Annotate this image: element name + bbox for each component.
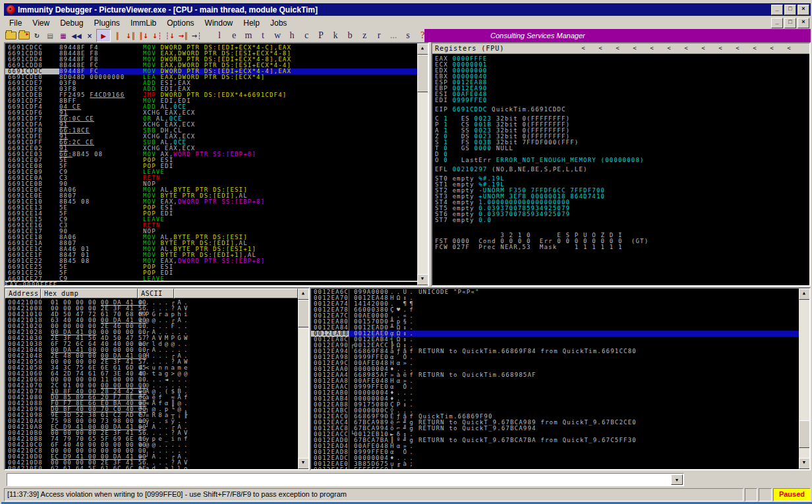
stack-row[interactable]: 0012EAE4FFFFFFC0└...: [311, 467, 799, 469]
collapse-mark-icon[interactable]: <: [729, 43, 746, 53]
disasm-row[interactable]: 6691CE16C3RETN: [5, 223, 417, 229]
dump-scrollbar[interactable]: ▲ ▼: [298, 289, 308, 469]
disasm-row[interactable]: 6691CDF766:0C CEOR AL,0CE: [5, 116, 417, 122]
collapse-mark-icon[interactable]: <: [678, 43, 695, 53]
dump-column-header[interactable]: [174, 289, 298, 298]
disasm-row[interactable]: 6691CDFA91XCHG EAX,ECX: [5, 122, 417, 128]
collapse-mark-icon[interactable]: <: [660, 43, 678, 53]
menu-item-view[interactable]: View: [27, 18, 55, 28]
hex-dump-pane[interactable]: AddressHex dumpASCII 0042100001 00 00 00…: [4, 287, 310, 470]
animate-into-icon[interactable]: ↓┆: [150, 30, 163, 42]
mdi-close-button[interactable]: ×: [798, 18, 809, 28]
menu-item-debug[interactable]: Debug: [55, 18, 88, 28]
menu-item-immlib[interactable]: ImmLib: [125, 18, 161, 28]
collapse-mark-icon[interactable]: <: [575, 43, 592, 53]
disasm-row[interactable]: 6691CDFE91XCHG EAX,ECX: [5, 134, 417, 140]
scroll-up-icon[interactable]: ▲: [417, 43, 428, 55]
disasm-scrollbar[interactable]: ▲ ▼: [417, 43, 428, 285]
animate-over-icon[interactable]: ┆↓: [163, 30, 177, 42]
disasm-row[interactable]: 6691CE0E8807MOV BYTE PTR DS:[EDI],AL: [5, 193, 417, 199]
disasm-row[interactable]: 6691CE188A06MOV AL,BYTE PTR DS:[ESI]: [5, 235, 417, 240]
disasm-row[interactable]: 6691CE1790NOP: [5, 229, 417, 235]
command-input[interactable]: [9, 474, 672, 485]
log-window-icon[interactable]: ▤: [44, 30, 57, 42]
scroll-down-icon[interactable]: ▼: [799, 458, 810, 469]
disasm-row[interactable]: 6691CDFB66:18CESBB DH,CL: [5, 128, 417, 134]
scroll-thumb[interactable]: [799, 420, 810, 448]
disassembly-pane[interactable]: 6691CDCC89448F F4MOV DWORD PTR DS:[EDI+E…: [4, 42, 429, 287]
toolbar-letter-l[interactable]: l: [212, 30, 227, 41]
dump-column-header[interactable]: ASCII: [138, 289, 174, 298]
step-over-icon[interactable]: ║↓: [137, 30, 150, 42]
disasm-row[interactable]: 6691CE255EPOP ESI: [5, 264, 417, 270]
stack-pane[interactable]: 0012EA6C099A0000..Ü.UNICODE "P«P«"0012EA…: [310, 287, 811, 470]
collapse-mark-icon[interactable]: <: [643, 43, 660, 53]
menu-item-jobs[interactable]: Jobs: [265, 18, 292, 28]
toolbar-letter-m[interactable]: m: [241, 30, 256, 41]
exec-till-user-icon[interactable]: →┆: [190, 30, 203, 42]
command-dropdown-icon[interactable]: ▼: [671, 474, 683, 485]
menu-item-plugins[interactable]: Plugins: [89, 18, 125, 28]
step-into-icon[interactable]: ↓║: [124, 30, 137, 42]
disasm-row[interactable]: 6691CDCC89448F F4MOV DWORD PTR DS:[EDI+E…: [5, 45, 417, 51]
disasm-row[interactable]: 6691CDF404 CEADD AL,0CE: [5, 104, 417, 110]
disasm-row[interactable]: 6691CDE703F0ADD ESI,EAX: [5, 80, 417, 86]
toolbar-letter-qqq[interactable]: ...: [386, 30, 401, 41]
menu-item-help[interactable]: Help: [238, 18, 265, 28]
dump-row[interactable]: 004210E062 61 64 5F 61 6C 6C 6Fbad_allo: [5, 466, 298, 469]
collapse-mark-icon[interactable]: <: [592, 43, 609, 53]
disasm-row[interactable]: 6691CDF691XCHG EAX,ECX: [5, 110, 417, 116]
toolbar-letter-c[interactable]: c: [299, 30, 314, 41]
disasm-row[interactable]: 6691CE135EPOP ESI: [5, 205, 417, 211]
disasm-row[interactable]: 6691CE1C8A46 01MOV AL,BYTE PTR DS:[ESI+1…: [5, 246, 417, 252]
disasm-row[interactable]: 6691CE0AC3RETN: [5, 175, 417, 181]
disasm-row[interactable]: 6691CDE08D048D 00000000LEA EAX,DWORD PTR…: [5, 74, 417, 80]
toolbar-letter-P[interactable]: P: [314, 30, 328, 41]
disasm-row[interactable]: 6691CE0B90NOP: [5, 181, 417, 187]
close-button[interactable]: ×: [798, 5, 809, 15]
disasm-row[interactable]: 6691CE108B45 08MOV EAX,DWORD PTR SS:[EBP…: [5, 199, 417, 205]
stack-scrollbar[interactable]: ▲ ▼: [799, 289, 809, 469]
disasm-row[interactable]: 6691CE09C9LEAVE: [5, 169, 417, 175]
menu-item-file[interactable]: File: [4, 18, 27, 28]
collapse-mark-icon[interactable]: <: [780, 43, 798, 53]
disasm-row[interactable]: 6691CE145FPOP EDI: [5, 211, 417, 217]
toolbar-letter-s[interactable]: s: [401, 30, 415, 41]
scroll-up-icon[interactable]: ▲: [298, 289, 309, 300]
disasm-row[interactable]: 6691CDDC89448F FCMOV DWORD PTR DS:[EDI+E…: [5, 69, 417, 74]
disasm-row[interactable]: 6691CDEBFF2495 F4CD9166JMP DWORD PTR DS:…: [5, 92, 417, 98]
scroll-thumb[interactable]: [417, 55, 428, 92]
scroll-up-icon[interactable]: ▲: [799, 289, 810, 300]
menu-item-window[interactable]: Window: [200, 18, 239, 28]
toolbar-letter-r[interactable]: r: [372, 30, 386, 41]
restart-icon[interactable]: ↻: [30, 30, 44, 42]
toolbar-letter-z[interactable]: z: [357, 30, 372, 41]
dump-column-header[interactable]: Hex dump: [41, 289, 138, 298]
collapse-mark-icon[interactable]: <: [746, 43, 763, 53]
toolbar-letter-t[interactable]: t: [256, 30, 270, 41]
maximize-button[interactable]: □: [784, 5, 796, 15]
menu-item-options[interactable]: Options: [161, 18, 199, 28]
disasm-row[interactable]: 6691CE0366:8B45 08MOV AX,WORD PTR SS:[EB…: [5, 152, 417, 157]
toolbar-letter-h[interactable]: h: [285, 30, 299, 41]
attach-process-icon[interactable]: [17, 30, 30, 42]
exec-till-return-icon[interactable]: →║: [177, 30, 190, 42]
disasm-row[interactable]: 6691CDD489448F F8MOV DWORD PTR DS:[EDI+E…: [5, 57, 417, 63]
disasm-row[interactable]: 6691CDD08B448E F8MOV EAX,DWORD PTR DS:[E…: [5, 51, 417, 57]
disasm-row[interactable]: 6691CDD88B448E FCMOV EAX,DWORD PTR DS:[E…: [5, 63, 417, 69]
command-bar[interactable]: ▼: [7, 473, 684, 486]
close-x-icon[interactable]: ×: [83, 30, 96, 42]
collapse-mark-icon[interactable]: <: [609, 43, 626, 53]
collapse-mark-icon[interactable]: <: [712, 43, 729, 53]
dump-column-header[interactable]: Address: [5, 289, 41, 298]
windows-icon[interactable]: ▦: [57, 30, 70, 42]
disasm-row[interactable]: 6691CE1A8807MOV BYTE PTR DS:[EDI],AL: [5, 240, 417, 246]
disasm-row[interactable]: 6691CE15C9LEAVE: [5, 217, 417, 223]
mdi-minimize-button[interactable]: _: [771, 18, 783, 28]
disasm-row[interactable]: 6691CE228B45 08MOV EAX,DWORD PTR SS:[EBP…: [5, 258, 417, 264]
disasm-row[interactable]: 6691CE265FPOP EDI: [5, 270, 417, 276]
scroll-down-icon[interactable]: ▼: [417, 274, 428, 285]
toolbar-letter-k[interactable]: k: [328, 30, 343, 41]
toolbar-letter-w[interactable]: w: [270, 30, 285, 41]
open-file-icon[interactable]: [4, 30, 17, 42]
